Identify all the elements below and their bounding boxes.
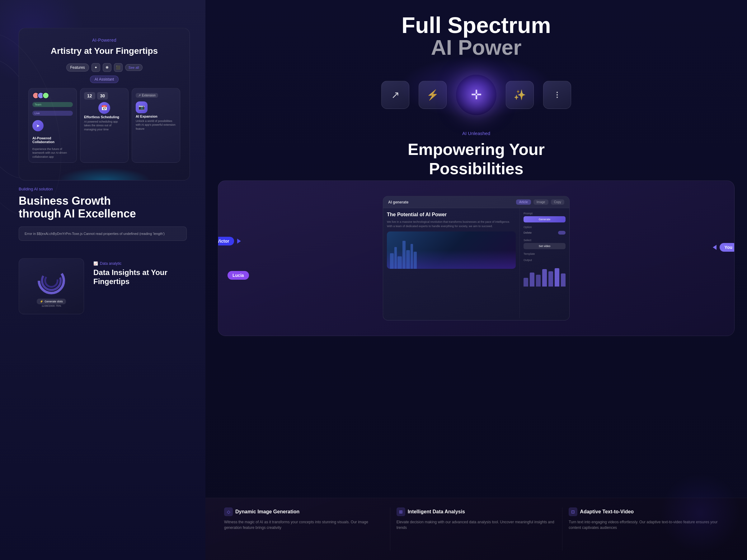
diamond-icon: ◇ <box>224 507 233 516</box>
lucia-tag: Lucia <box>228 271 249 280</box>
building-1 <box>390 253 394 269</box>
card-glow <box>58 168 151 181</box>
extension-title: AI Expansion <box>136 114 176 118</box>
collab-desc: Experience the future of teamwork with o… <box>32 147 73 159</box>
victor-arrow <box>237 239 241 244</box>
output-section: Output <box>523 259 566 262</box>
inner-mockup: AI generate Article Image Copy The Poten… <box>383 196 570 320</box>
empowering-title: Empowering Your Possibilities <box>408 140 545 179</box>
victor-tag: Victor <box>218 237 234 245</box>
you-tag: You <box>720 243 735 252</box>
template-section: Template <box>523 252 566 256</box>
empowering-section: AI Unleashed Empowering Your Possibiliti… <box>205 131 747 179</box>
bubble-live: Live <box>32 111 73 116</box>
select-section: Select Set video <box>523 239 566 249</box>
extension-label: Extension <box>142 94 156 97</box>
set-video-btn[interactable]: Set video <box>523 243 566 249</box>
data-text-col: 📈 Data analytic Data Insights at Your Fi… <box>93 258 168 286</box>
calendar-icon: 📅 <box>98 102 110 114</box>
prompt-section: Prompt Generate <box>523 212 566 222</box>
text-video-desc: Turn text into engaging videos effortles… <box>569 519 728 530</box>
ai-unleashed-label: AI Unleashed <box>462 131 490 136</box>
article-body: We live in a massive technological revol… <box>387 220 516 229</box>
plus-icon[interactable]: ✦ <box>92 63 100 72</box>
lightning-icon-box: ⚡ <box>419 81 447 109</box>
tab-image[interactable]: Image <box>534 199 548 205</box>
business-title: Business Growth through AI Excellence <box>19 194 187 220</box>
hex-icon-box: ⁝ <box>543 81 571 109</box>
collab-card: Team Live ➤ AI-Powered Collaboration Exp… <box>28 88 77 163</box>
data-analytic-label: 📈 Data analytic <box>93 261 168 266</box>
stats-text: 1238/2000 75% <box>42 304 61 308</box>
avatar-3 <box>42 92 49 99</box>
generate-label: Generate slots <box>45 300 63 303</box>
scheduling-title: Effortless Scheduling <box>84 115 125 119</box>
mini-cards: Team Live ➤ AI-Powered Collaboration Exp… <box>28 88 180 163</box>
cursor-icon: ↗ <box>391 89 400 101</box>
sparkle-icon-box: ✨ <box>506 81 534 109</box>
generate-icon: ⚡ <box>40 300 43 303</box>
bar-6 <box>555 268 559 287</box>
bar-3 <box>536 275 541 287</box>
tab-article[interactable]: Article <box>516 199 531 205</box>
victor-bubble: Victor <box>218 237 241 245</box>
ai-powered-label: AI-Powered <box>92 38 117 43</box>
text-video-header: ⊡ Adaptive Text-to-Video <box>569 507 728 516</box>
delete-label: Delete <box>523 231 532 234</box>
feature-text-to-video: ⊡ Adaptive Text-to-Video Turn text into … <box>562 507 735 551</box>
features-bottom: ◇ Dynamic Image Generation Witness the m… <box>205 498 747 560</box>
extension-card: ↗ Extension 📷 AI Expansion Unlock a worl… <box>132 88 180 163</box>
icons-row: ↗ ⚡ ✛ ✨ ⁝ <box>205 75 747 115</box>
mockup-body: The Potential of AI Power We live in a m… <box>383 208 569 318</box>
data-analysis-header: ⊞ Intelligent Data Analysis <box>396 507 556 516</box>
artistry-title: Artistry at Your Fingertips <box>51 46 158 56</box>
dynamic-image-header: ◇ Dynamic Image Generation <box>224 507 384 516</box>
time-display: 12 30 <box>84 92 125 100</box>
main-card: AI-Powered Artistry at Your Fingertips F… <box>19 28 190 181</box>
data-analysis-name: Intelligent Data Analysis <box>408 509 465 514</box>
mockup-left: The Potential of AI Power We live in a m… <box>383 208 519 318</box>
crosshair-icon: ✛ <box>471 87 482 102</box>
dynamic-image-desc: Witness the magic of AI as it transforms… <box>224 519 384 530</box>
features-button[interactable]: Features <box>66 63 89 72</box>
grid-icon: ⊞ <box>396 507 405 516</box>
tab-copy[interactable]: Copy <box>551 199 564 205</box>
spectrum-title: Full Spectrum <box>205 12 747 38</box>
mockup-right: Prompt Generate Option Delete Select Set… <box>519 208 569 318</box>
extension-icon: 📷 <box>136 101 148 113</box>
scheduling-card: 12 30 📅 Effortless Scheduling AI powered… <box>80 88 129 163</box>
prompt-label: Prompt <box>523 212 566 215</box>
spectrum-subtitle: AI Power <box>205 36 747 59</box>
save-icon[interactable]: ⬛ <box>114 63 123 72</box>
cursor-icon-box: ↗ <box>381 81 409 109</box>
extension-desc: Unlock a world of possibilities with AI … <box>136 119 176 131</box>
bubble-team: Team <box>32 102 73 107</box>
option-section: Option Delete <box>523 225 566 236</box>
left-panel: AI-Powered Artistry at Your Fingertips F… <box>0 0 205 560</box>
building-2 <box>394 247 397 269</box>
mockup-title: AI generate <box>388 200 408 205</box>
bar-chart <box>523 265 566 287</box>
bar-1 <box>523 278 528 287</box>
building-3 <box>397 256 402 269</box>
spectrum-section: Full Spectrum AI Power <box>205 0 747 59</box>
donut-container: ⚡ Generate slots 1238/2000 75% <box>19 258 84 314</box>
scheduling-desc: AI powered scheduling app takes the stre… <box>84 120 125 132</box>
ai-assistant-badge: AI Assistant <box>90 76 119 83</box>
you-arrow <box>713 245 717 250</box>
flower-icon[interactable]: ❋ <box>103 63 111 72</box>
extension-tag: ↗ Extension <box>136 93 158 98</box>
bar-7 <box>561 273 566 287</box>
building-4 <box>403 241 406 269</box>
generate-badge: ⚡ Generate slots <box>37 299 66 304</box>
building-5 <box>406 250 410 269</box>
lightning-icon: ⚡ <box>427 89 439 101</box>
delete-toggle[interactable] <box>558 231 566 235</box>
generate-btn[interactable]: Generate <box>523 216 566 222</box>
center-icon-box: ✛ <box>456 75 496 115</box>
feature-dynamic-image: ◇ Dynamic Image Generation Witness the m… <box>218 507 390 551</box>
output-label: Output <box>523 259 566 262</box>
text-video-name: Adaptive Text-to-Video <box>580 509 634 514</box>
bar-5 <box>548 271 553 287</box>
see-all-button[interactable]: See all <box>125 64 143 71</box>
